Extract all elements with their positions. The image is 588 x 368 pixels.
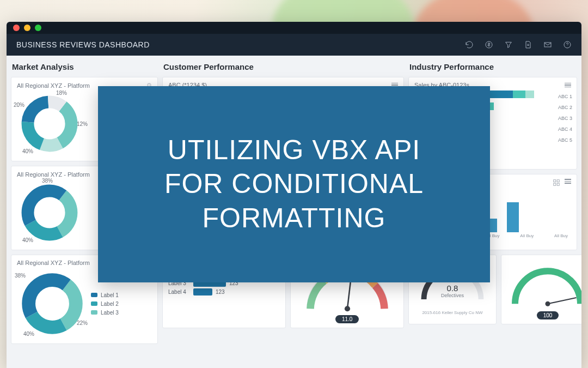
minimize-icon[interactable] (24, 25, 30, 31)
bar-row: Label 4123 (168, 288, 280, 295)
mail-icon[interactable] (543, 40, 552, 49)
svg-rect-18 (554, 183, 556, 185)
donut3-legend: Label 1 Label 2 Label 3 (91, 292, 119, 316)
gauge3-value: 100 (537, 311, 559, 319)
svg-rect-16 (554, 180, 556, 182)
svg-point-15 (345, 306, 350, 311)
sales-legend: ABC 1 ABC 2 ABC 3 ABC 4 ABC 5 (558, 94, 572, 143)
overlay-line3: FORMATTING (164, 201, 424, 236)
grid-icon[interactable] (553, 179, 560, 186)
donut-chart-3 (17, 268, 88, 339)
gauge2-value: 0.8 (441, 283, 464, 293)
app-header: BUSINESS REVIEWS DASHBOARD (7, 34, 581, 56)
svg-line-20 (548, 298, 577, 304)
industry-performance-title: Industry Performance (408, 60, 577, 73)
app-title: BUSINESS REVIEWS DASHBOARD (16, 40, 150, 49)
refresh-icon[interactable] (465, 40, 474, 49)
market-analysis-title: Market Analysis (11, 60, 158, 73)
overlay-line1: UTILIZING VBX API (164, 133, 424, 167)
donut-chart-2 (17, 180, 82, 245)
mac-titlebar (7, 22, 581, 34)
maximize-icon[interactable] (35, 25, 41, 31)
gauge-value: 11.0 (335, 315, 359, 323)
gauge-chart-3 (507, 260, 581, 311)
donut2-title: All Regional XYZ - Platform (17, 171, 90, 178)
donut1-title: All Regional XYZ - Platform (17, 82, 90, 89)
customer-performance-title: Customer Performance (162, 60, 404, 73)
svg-rect-17 (557, 180, 559, 182)
export-icon[interactable] (524, 40, 532, 49)
svg-point-21 (546, 301, 550, 306)
close-icon[interactable] (13, 25, 20, 31)
dollar-icon[interactable] (485, 40, 493, 49)
title-overlay: UTILIZING VBX API FOR CONDITIONAL FORMAT… (98, 86, 490, 282)
svg-rect-19 (557, 183, 559, 185)
gauge2-sub: Defectives (441, 293, 464, 298)
menu-icon[interactable] (565, 83, 571, 88)
gauge-card-100: 100 (501, 255, 581, 324)
menu-icon[interactable] (565, 179, 571, 186)
help-icon[interactable] (563, 40, 572, 49)
donut-chart-1 (17, 91, 82, 156)
donut3-title: All Regional XYZ - Platform (17, 260, 90, 266)
overlay-line2: FOR CONDITIONAL (164, 167, 424, 201)
filter-icon[interactable] (504, 40, 513, 49)
svg-rect-1 (544, 43, 551, 47)
